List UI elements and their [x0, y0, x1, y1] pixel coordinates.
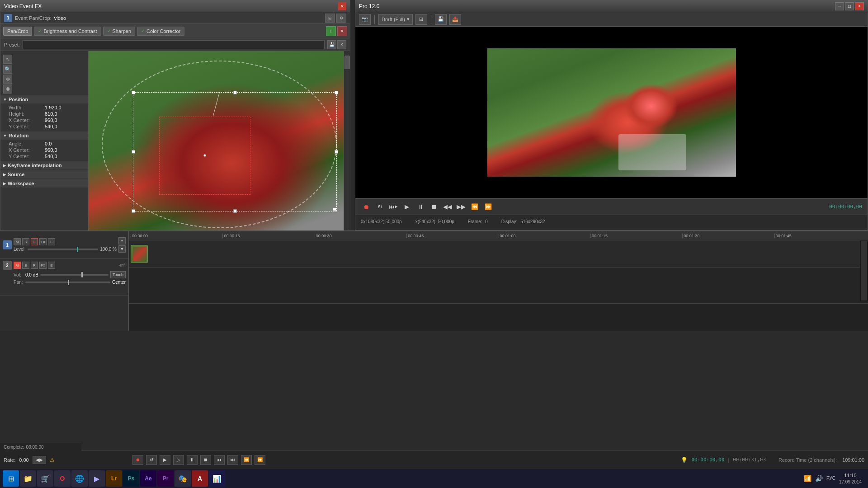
rate-arrows[interactable]: ◀▶ — [33, 456, 46, 464]
handle-tm[interactable] — [233, 91, 237, 94]
canvas-scrollbar-thumb[interactable] — [344, 56, 350, 69]
tr-record[interactable]: ⏺ — [361, 202, 372, 212]
vol-slider[interactable] — [40, 274, 108, 276]
tb-media[interactable]: ▶ — [89, 470, 105, 487]
tb-app-a[interactable]: A — [192, 470, 208, 487]
vg-grid-button[interactable]: ⊞ — [415, 14, 427, 25]
track-1-settings[interactable]: ▼ — [118, 245, 126, 253]
tr-fast-fwd[interactable]: ⏩ — [483, 202, 494, 212]
track-2-env[interactable]: E — [48, 262, 55, 269]
video-clip[interactable] — [131, 245, 148, 263]
tb2-rec[interactable]: ⏺ — [132, 455, 143, 465]
preset-input[interactable] — [23, 40, 325, 49]
rotation-header[interactable]: ▼ Rotation — [0, 131, 88, 140]
tb-date: 17.09.2014 — [839, 479, 862, 485]
tab-pan-crop[interactable]: Pan/Crop — [3, 27, 32, 36]
tb-premiere[interactable]: Pr — [157, 470, 174, 487]
level-label: Level: — [14, 247, 26, 252]
vegas-maximize-button[interactable]: □ — [845, 2, 854, 10]
handle-br[interactable] — [333, 207, 336, 211]
track-2-mute[interactable]: M — [14, 262, 21, 269]
vg-cam-button[interactable]: 📷 — [359, 14, 371, 25]
track-2-solo[interactable]: S — [22, 262, 29, 269]
tr-play[interactable]: ▶ — [401, 202, 412, 212]
track-2-arm[interactable]: R — [31, 262, 38, 269]
tr-next-frame[interactable]: ▶▶ — [456, 202, 467, 212]
keyframe-header[interactable]: ▶ Keyframe interpolation — [0, 161, 88, 169]
touch-btn[interactable]: Touch — [110, 271, 126, 278]
preset-delete-btn[interactable]: × — [337, 40, 346, 49]
tb2-play[interactable]: ▶ — [160, 455, 170, 465]
track-1-arm[interactable]: R — [31, 238, 38, 245]
handle-mr[interactable] — [335, 150, 338, 154]
workspace-header[interactable]: ▶ Workspace — [0, 179, 88, 188]
vegas-minimize-button[interactable]: ─ — [835, 2, 844, 10]
handle-tr[interactable] — [335, 91, 338, 94]
add-fx-button[interactable]: + — [326, 26, 336, 36]
draft-full-dropdown[interactable]: Draft (Full) ▾ — [378, 14, 413, 25]
tr-pause[interactable]: ⏸ — [415, 202, 426, 212]
track-1-add[interactable]: + — [118, 237, 126, 244]
track-1-slider[interactable] — [28, 249, 99, 250]
inner-handle-center[interactable] — [203, 154, 206, 157]
tb-vegas[interactable]: 📊 — [209, 470, 225, 487]
tab-sharpen[interactable]: ✓ Sharpen — [103, 27, 136, 36]
vfx-toolbar-btn-1[interactable]: ⊞ — [325, 14, 335, 23]
draft-full-label: Draft (Full) — [382, 17, 405, 22]
prop-rot-ycenter-name: Y Center: — [9, 154, 45, 159]
tb2-play2[interactable]: ▷ — [173, 455, 184, 465]
preset-save-btn[interactable]: 💾 — [327, 40, 336, 49]
tb2-next[interactable]: ⏭ — [227, 455, 238, 465]
tb-opera[interactable]: O — [54, 470, 71, 487]
handle-bl[interactable] — [132, 209, 135, 213]
handle-bm[interactable] — [233, 209, 237, 213]
tb-aftereffects[interactable]: Ae — [140, 470, 156, 487]
handle-tl[interactable] — [132, 91, 135, 94]
vfx-canvas[interactable] — [89, 51, 350, 238]
tb-photoshop[interactable]: Ps — [123, 470, 139, 487]
tb-chrome[interactable]: 🌐 — [71, 470, 88, 487]
select-tool[interactable]: ↖ — [3, 55, 12, 64]
track-1-solo[interactable]: S — [22, 238, 29, 245]
tr-play-start[interactable]: ⏮▶ — [388, 202, 399, 212]
track-1-fx[interactable]: FX — [39, 238, 47, 245]
vfx-toolbar-btn-2[interactable]: ⚙ — [336, 14, 346, 23]
track-1-mute[interactable]: M — [14, 238, 21, 245]
move-tool[interactable]: ✥ — [3, 75, 12, 84]
vg-export-button[interactable]: 📤 — [449, 14, 461, 25]
position-header[interactable]: ▼ Position — [0, 95, 88, 103]
remove-fx-button[interactable]: × — [337, 26, 347, 36]
cross-tool[interactable]: ✚ — [3, 84, 12, 94]
inner-selection[interactable] — [159, 117, 250, 195]
canvas-scrollbar[interactable] — [344, 51, 350, 238]
track-1-env[interactable]: E — [48, 238, 55, 245]
tb2-prev[interactable]: ⏮ — [214, 455, 225, 465]
source-header[interactable]: ▶ Source — [0, 170, 88, 178]
tb2-slow[interactable]: ⏪ — [241, 455, 252, 465]
tr-prev-frame[interactable]: ◀◀ — [442, 202, 453, 212]
handle-ml[interactable] — [132, 150, 135, 154]
tb-store[interactable]: 🛒 — [37, 470, 53, 487]
start-button[interactable]: ⊞ — [3, 470, 19, 487]
vegas-close-button[interactable]: × — [855, 2, 864, 10]
tr-stop[interactable]: ⏹ — [429, 202, 439, 212]
tb2-pause[interactable]: ⏸ — [187, 455, 198, 465]
tb-media-player[interactable]: 🎭 — [175, 470, 191, 487]
tb2-fast[interactable]: ⏩ — [255, 455, 265, 465]
tab-brightness-contrast[interactable]: ✓ Brightness and Contrast — [34, 27, 101, 36]
track-2-fx[interactable]: FX — [39, 262, 47, 269]
tb2-stop[interactable]: ⏹ — [200, 455, 211, 465]
rotation-section-label: Rotation — [9, 133, 29, 138]
tb2-loop[interactable]: ↺ — [146, 455, 157, 465]
tab-color-corrector[interactable]: ✓ Color Corrector — [137, 27, 184, 36]
vg-save-button[interactable]: 💾 — [435, 14, 447, 25]
vegas-transport: ⏺ ↻ ⏮▶ ▶ ⏸ ⏹ ◀◀ ▶▶ ⏪ ⏩ 00:00:00,00 — [355, 198, 868, 215]
vfx-close-button[interactable]: × — [338, 2, 346, 10]
tb-lightroom[interactable]: Lr — [106, 470, 122, 487]
record-time-label: Record Time (2 channels): — [778, 457, 837, 463]
pan-slider[interactable] — [25, 282, 110, 283]
tr-fast-back[interactable]: ⏪ — [469, 202, 480, 212]
tr-refresh[interactable]: ↻ — [374, 202, 385, 212]
zoom-tool[interactable]: 🔍 — [3, 65, 12, 74]
tb-explorer[interactable]: 📁 — [20, 470, 36, 487]
